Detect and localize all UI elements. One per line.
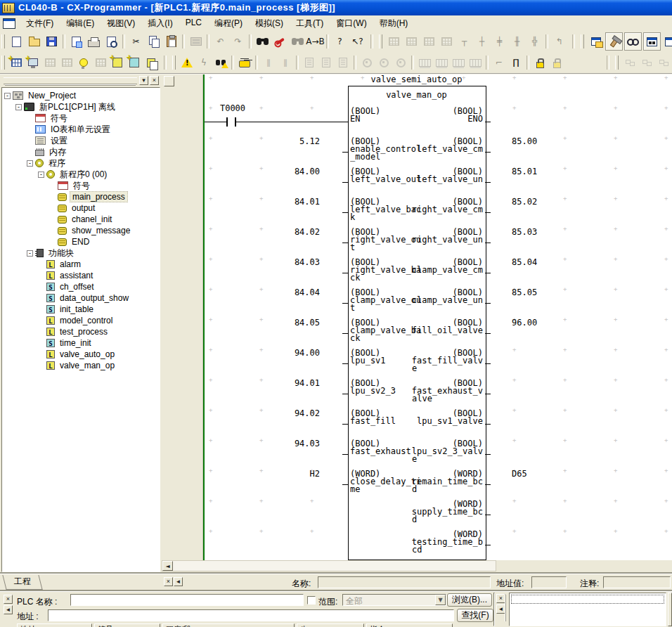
operand-in-84.04[interactable]: 84.04 (264, 289, 320, 297)
contact-bar[interactable] (235, 117, 236, 127)
fb-instance-button[interactable] (143, 54, 159, 71)
fb-output-testing_time_b[interactable]: (WORD)testing_time_bcd (385, 531, 483, 554)
ladder-horizontal-scrollbar[interactable]: ◄ (162, 560, 496, 571)
operand-in-H2[interactable]: H2 (264, 470, 320, 478)
chevron-down-icon[interactable]: ▼ (435, 595, 446, 605)
tree-item-io-[interactable]: IO表和单元设置 (2, 124, 160, 135)
print-button[interactable] (86, 33, 102, 50)
operand-out-85.04[interactable]: 85.04 (512, 259, 568, 266)
open-project-button[interactable] (26, 33, 42, 50)
paste-button[interactable] (163, 33, 179, 50)
browse-button[interactable]: 浏览(B)... (447, 593, 492, 607)
tree-item--plc1-cp1h-[interactable]: -新PLC1[CP1H] 离线 (2, 101, 160, 112)
infobar-close-button[interactable]: × (164, 577, 173, 586)
time-chart-monitor-button[interactable]: ∏ (508, 54, 524, 71)
operand-out-85.05[interactable]: 85.05 (512, 289, 568, 297)
fb-output-left_valve_un[interactable]: (BOOL)left_valve_un (385, 168, 483, 183)
replace-button[interactable] (272, 33, 288, 50)
context-help-button[interactable]: ↖? (349, 33, 366, 50)
operand-in-84.05[interactable]: 84.05 (264, 319, 320, 327)
workspace-close-button[interactable]: × (150, 76, 159, 85)
transfer-to-plc-button[interactable] (237, 54, 252, 71)
menu-simulation[interactable]: 模拟(S) (249, 16, 290, 31)
tree-item-valve_man_op[interactable]: Lvalve_man_op (2, 360, 160, 371)
tree-item-alarm[interactable]: Lalarm (2, 259, 160, 270)
view-io-table-button[interactable] (25, 54, 41, 71)
tree-item-model_control[interactable]: Lmodel_control (2, 315, 160, 326)
operand-out-D65[interactable]: D65 (512, 470, 568, 478)
find-panel-collapse-button[interactable]: ◄ (4, 605, 13, 614)
menu-help[interactable]: 帮助(H) (373, 16, 415, 31)
build-button[interactable] (605, 32, 623, 51)
expand-toggle-icon[interactable]: - (38, 172, 44, 178)
address-input[interactable] (48, 609, 454, 621)
tree-item-output[interactable]: output (2, 202, 160, 214)
menu-tools[interactable]: 工具(T) (290, 16, 330, 31)
child-window-icon[interactable] (3, 18, 15, 29)
tree-item-test_process[interactable]: Ltest_process (2, 326, 160, 337)
operand-out-85.03[interactable]: 85.03 (512, 228, 568, 236)
view-symbol-table-button[interactable] (8, 54, 24, 71)
contact-operand[interactable]: T0000 (210, 105, 255, 112)
menu-program[interactable]: 编程(P) (208, 16, 249, 31)
find-panel-close-button[interactable]: × (4, 595, 13, 604)
tree-item-show_message[interactable]: show_message (2, 225, 160, 236)
cross-reference-button[interactable] (643, 32, 661, 51)
operand-in-94.03[interactable]: 94.03 (264, 440, 320, 448)
operand-in-84.02[interactable]: 84.02 (264, 228, 320, 236)
tree-item-main_process[interactable]: main_process (2, 191, 160, 202)
find-button[interactable]: 查找(F) (457, 609, 493, 622)
expand-toggle-icon[interactable]: - (4, 93, 11, 99)
ladder-editor[interactable]: ++++++++++++++++++++++++++++++++++++++++… (205, 75, 672, 560)
fb-output-clamp_valve_cm[interactable]: (BOOL)clamp_valve_cm (385, 259, 483, 274)
comment-field[interactable] (603, 576, 671, 588)
scope-checkbox[interactable] (307, 596, 316, 605)
contact-bar[interactable] (226, 117, 228, 127)
help-button[interactable]: ? (332, 33, 348, 50)
infobar-collapse-button[interactable]: ◄ (174, 577, 183, 586)
name-field[interactable] (318, 576, 491, 588)
operand-in-94.00[interactable]: 94.00 (264, 349, 320, 357)
scroll-left-icon[interactable]: ◄ (162, 561, 173, 571)
operand-out-85.00[interactable]: 85.00 (512, 138, 568, 146)
fb-instance-label[interactable]: valve_semi_auto_op (348, 76, 485, 84)
ladder-select-all-box[interactable] (164, 76, 174, 86)
tree-item--[interactable]: 符号 (2, 112, 160, 124)
fb-output-right_valve_un[interactable]: (BOOL)right_valve_un (385, 228, 483, 244)
menu-edit[interactable]: 编辑(E) (60, 16, 101, 31)
menu-plc[interactable]: PLC (179, 16, 208, 31)
compile-button[interactable] (179, 54, 195, 71)
tree-item-ch_offset[interactable]: Sch_offset (2, 281, 160, 292)
tree-item--[interactable]: 符号 (2, 180, 160, 191)
tree-item-end[interactable]: END (2, 236, 160, 247)
operand-in-84.00[interactable]: 84.00 (264, 168, 320, 176)
new-document-button[interactable] (8, 33, 25, 50)
cascade-windows-button[interactable] (588, 33, 604, 50)
menu-window[interactable]: 窗口(W) (330, 16, 373, 31)
fb-output-left_valve_cm[interactable]: (BOOL)left_valve_cm (385, 138, 483, 153)
new-st-fb-button[interactable] (127, 54, 142, 71)
fb-output-fast_fill_valv[interactable]: (BOOL)fast_fill_valve (385, 349, 483, 373)
output-list[interactable] (509, 593, 666, 626)
tab-project[interactable]: 工程 (2, 575, 42, 590)
set-protection-button[interactable] (532, 54, 548, 71)
monitor-lamp-button[interactable] (76, 54, 91, 71)
menu-view[interactable]: 视图(V) (101, 16, 141, 31)
change-all-button[interactable]: A→B (307, 33, 323, 50)
operand-out-85.02[interactable]: 85.02 (512, 198, 568, 206)
operand-out-96.00[interactable]: 96.00 (512, 319, 568, 327)
find-button[interactable] (254, 33, 271, 50)
tree-item-assistant[interactable]: Lassistant (2, 270, 160, 281)
tree-item-new_project[interactable]: -New_Project (2, 90, 160, 101)
tree-item--[interactable]: -功能块 (2, 247, 160, 259)
tree-item-valve_auto_op[interactable]: Lvalve_auto_op (2, 349, 160, 360)
fb-output-remain_time_bc[interactable]: (WORD)remain_time_bcd (385, 470, 483, 493)
tree-item-init_table[interactable]: Sinit_table (2, 304, 160, 315)
tree-item--[interactable]: 内存 (2, 146, 160, 157)
save-project-button[interactable] (44, 33, 60, 50)
new-ladder-fb-button[interactable] (110, 54, 125, 71)
expand-toggle-icon[interactable]: - (27, 160, 33, 167)
right-dock-strip[interactable] (668, 593, 672, 626)
operand-in-94.02[interactable]: 94.02 (264, 410, 320, 418)
tree-item-chanel_init[interactable]: chanel_init (2, 214, 160, 225)
